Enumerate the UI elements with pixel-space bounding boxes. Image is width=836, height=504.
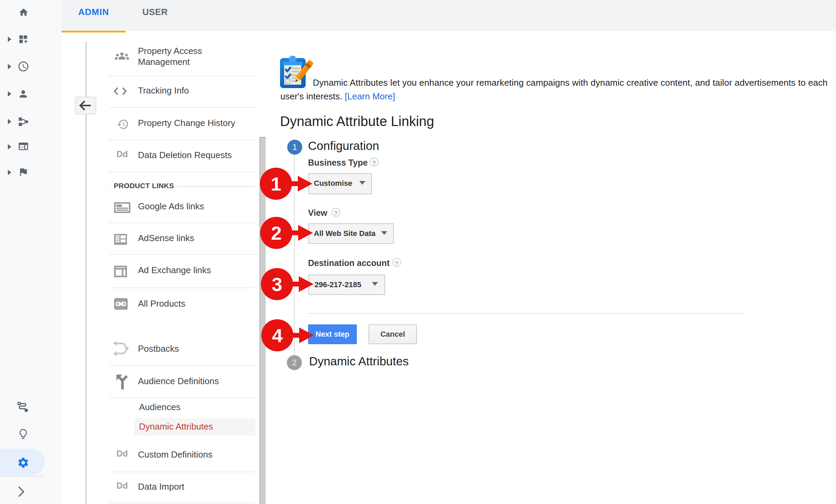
svg-text:4: 4 [272,325,282,346]
svg-text:3: 3 [271,274,282,295]
svg-text:2: 2 [271,222,281,244]
svg-text:1: 1 [270,173,281,195]
